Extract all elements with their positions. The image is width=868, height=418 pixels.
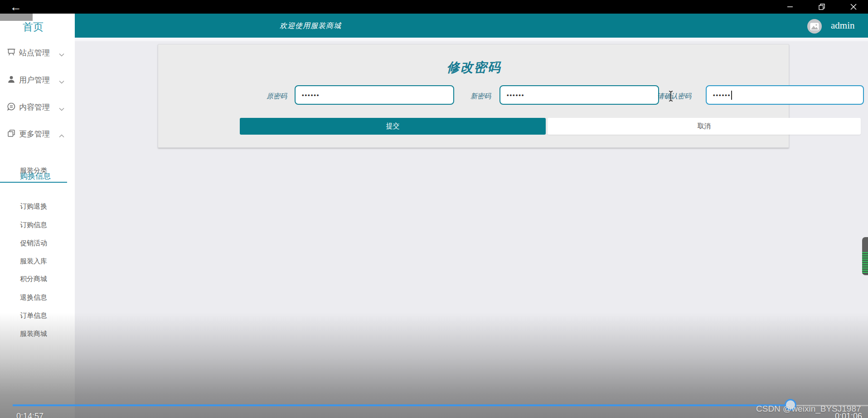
minimize-icon[interactable] bbox=[782, 0, 798, 14]
back-arrow-icon[interactable]: ← bbox=[8, 0, 24, 13]
video-ui-artifact bbox=[0, 14, 33, 21]
sidebar-item-purchase-exchange-info[interactable]: 购换信息 bbox=[20, 171, 51, 181]
csdn-watermark: CSDN @weixin_BYSJ1987 bbox=[756, 404, 861, 414]
sidebar-item-order-list[interactable]: 订单信息 bbox=[20, 311, 47, 320]
sidebar-group-content-management[interactable]: 内容管理 bbox=[0, 101, 75, 113]
sidebar-item-home[interactable]: 首页 bbox=[23, 20, 44, 34]
sidebar-item-points-mall[interactable]: 积分商城 bbox=[20, 275, 47, 283]
old-password-label: 原密码 bbox=[254, 91, 287, 101]
ibeam-cursor-icon bbox=[667, 90, 674, 104]
new-password-label: 新密码 bbox=[458, 91, 491, 101]
main-content: 修改密码 原密码 •••••• 新密码 •••••• 请确认密码 •••••• … bbox=[75, 41, 868, 418]
app-header: 欢迎使用服装商城 admin bbox=[75, 14, 868, 38]
sidebar-item-clothing-mall[interactable]: 服装商城 bbox=[20, 330, 47, 338]
sidebar-group-label: 内容管理 bbox=[19, 102, 50, 112]
video-elapsed-time: 0:14:57 bbox=[16, 412, 44, 418]
sidebar-group-label: 站点管理 bbox=[19, 48, 50, 58]
page-title: 修改密码 bbox=[158, 59, 790, 76]
comment-icon bbox=[7, 102, 16, 113]
image-avatar-icon bbox=[810, 23, 819, 30]
confirm-password-field[interactable]: •••••• bbox=[706, 85, 864, 105]
masked-value: •••••• bbox=[507, 86, 524, 104]
app-window: ← 欢迎使用服装商城 admin 首页 bbox=[0, 0, 868, 418]
sidebar-group-site-management[interactable]: 站点管理 bbox=[0, 47, 75, 58]
chevron-up-icon bbox=[59, 131, 64, 140]
change-password-card: 修改密码 原密码 •••••• 新密码 •••••• 请确认密码 •••••• … bbox=[158, 44, 789, 148]
user-icon bbox=[7, 75, 16, 86]
submit-button[interactable]: 提交 bbox=[240, 118, 546, 135]
maximize-icon[interactable] bbox=[814, 0, 829, 14]
sidebar-group-more-management[interactable]: 更多管理 bbox=[0, 128, 75, 140]
sidebar-group-label: 更多管理 bbox=[19, 129, 50, 139]
screen-icon bbox=[7, 48, 16, 58]
active-item-underline bbox=[0, 182, 67, 183]
sidebar-item-return-info[interactable]: 退换信息 bbox=[20, 293, 47, 302]
chevron-down-icon bbox=[59, 78, 64, 86]
username-label[interactable]: admin bbox=[831, 14, 855, 38]
chevron-down-icon bbox=[59, 50, 64, 58]
scrollbar-thumb[interactable] bbox=[862, 237, 868, 275]
new-password-field[interactable]: •••••• bbox=[499, 85, 659, 105]
scrollbar-stripes bbox=[862, 252, 868, 274]
chevron-down-icon bbox=[59, 105, 64, 113]
sidebar-item-clothing-stock-in[interactable]: 服装入库 bbox=[20, 257, 47, 266]
text-caret bbox=[731, 91, 732, 100]
sidebar-group-label: 用户管理 bbox=[19, 75, 50, 85]
sidebar-item-promotions[interactable]: 促销活动 bbox=[20, 239, 47, 248]
sidebar-item-order-return[interactable]: 订购退换 bbox=[20, 202, 47, 211]
sidebar-item-order-info[interactable]: 订购信息 bbox=[20, 221, 47, 229]
welcome-text: 欢迎使用服装商城 bbox=[247, 14, 374, 38]
os-titlebar: ← bbox=[0, 0, 868, 14]
cancel-button[interactable]: 取消 bbox=[548, 118, 861, 135]
avatar[interactable] bbox=[807, 19, 822, 34]
layers-icon bbox=[7, 129, 16, 140]
header-divider bbox=[75, 38, 868, 41]
old-password-field[interactable]: •••••• bbox=[295, 85, 454, 105]
masked-value: •••••• bbox=[302, 86, 320, 104]
video-progress-played[interactable] bbox=[13, 404, 790, 406]
sidebar-group-user-management[interactable]: 用户管理 bbox=[0, 74, 75, 86]
close-icon[interactable] bbox=[846, 0, 861, 14]
sidebar: 首页 站点管理 用户管理 bbox=[0, 14, 75, 418]
confirm-password-label: 请确认密码 bbox=[640, 91, 691, 101]
masked-value: •••••• bbox=[713, 86, 731, 104]
